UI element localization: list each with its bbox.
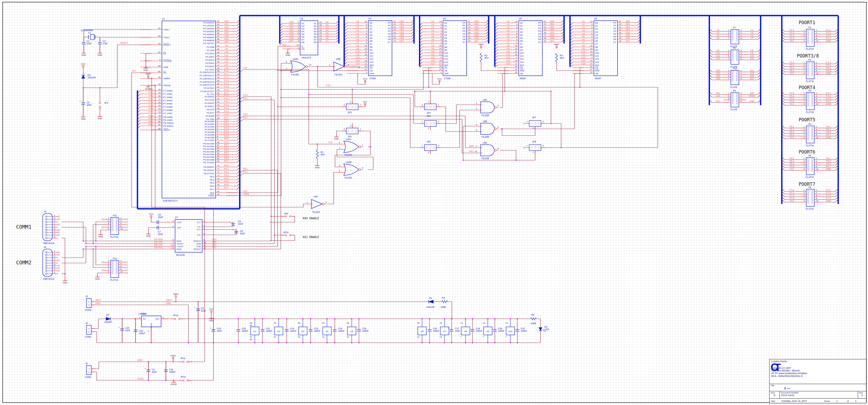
pin-number: 10 [120, 271, 123, 273]
pin-name: T2OUT [176, 243, 183, 245]
net-label: TX0 [212, 241, 216, 243]
net-label: AD0 [550, 20, 554, 23]
power-label: VCC [149, 213, 154, 215]
net-label: P1.1 [826, 29, 831, 31]
pin-number: 17 [158, 98, 160, 100]
pin-number: 2 [741, 50, 742, 52]
jumper-JP3[interactable] [346, 104, 358, 110]
doc-number: XXXX-XXXX [781, 394, 857, 397]
diode-D2[interactable] [82, 75, 85, 79]
connector-P8[interactable] [731, 50, 739, 64]
connector-P5[interactable] [806, 158, 814, 175]
pin-number: 46 [217, 61, 219, 63]
jumper-JP2[interactable] [346, 128, 358, 134]
net-label: AD6 [625, 36, 630, 39]
pin-pad [812, 31, 813, 32]
diode-D1[interactable] [429, 300, 433, 303]
pin-name: ALE [210, 192, 214, 194]
pin-number: 63 [217, 155, 219, 157]
gate-part: 74LS08 [481, 135, 489, 138]
pin-name: T1IN [196, 245, 201, 248]
pin-number: 4 [476, 123, 477, 126]
pin-number: 3 [329, 64, 331, 66]
pin-number: 10 [816, 168, 818, 170]
connector-type: CON2 [85, 336, 91, 338]
pin-number: 4 [741, 52, 742, 55]
net-label: A14 [355, 62, 360, 65]
bypass-ref: U8 [464, 330, 467, 333]
pin-number: 8 [497, 147, 499, 150]
net-label: P1.0 [789, 29, 795, 31]
jumper-JP8[interactable] [529, 145, 541, 151]
terminal [523, 147, 525, 148]
pin-name: P2.2/A10 [206, 52, 214, 55]
jumper-JP4[interactable] [425, 104, 436, 110]
pin-number: 5 [217, 127, 218, 129]
pin-name: OE [520, 72, 523, 75]
pin-name: A1 [370, 25, 372, 27]
pin-pad [812, 41, 813, 43]
crystal-X1[interactable] [91, 34, 94, 40]
pin-number: 4 [362, 167, 363, 169]
connector-P6[interactable] [806, 189, 814, 207]
bypass-ref: U1 [253, 330, 256, 333]
terminal [102, 227, 103, 228]
jumper-JP7[interactable] [529, 121, 541, 126]
pin-number: 16 [439, 322, 442, 324]
connector-P12[interactable] [111, 260, 119, 278]
jumper-JP5[interactable] [425, 121, 436, 126]
resistor-R2[interactable] [480, 53, 482, 62]
date-value: Tuesday, June 13, 2017 [781, 400, 824, 402]
gate-U10B[interactable] [344, 164, 359, 175]
pin-name: O3 [462, 30, 465, 32]
resistor-R3[interactable] [556, 53, 558, 62]
net-label: P5.3 [224, 149, 229, 152]
connector-J5[interactable] [43, 249, 52, 276]
pin-number: 6 [54, 217, 55, 219]
gate-U9B[interactable] [480, 123, 494, 134]
connector-P1[interactable] [806, 29, 814, 46]
net-label: RO [132, 69, 135, 72]
pin-number: 9 [476, 145, 477, 147]
net-wire [270, 216, 295, 222]
connector-J4[interactable] [43, 213, 52, 241]
pin-number: 5 [366, 35, 367, 38]
junction [173, 380, 175, 381]
pin-name: A12 [444, 58, 448, 60]
pin-pad [736, 71, 738, 73]
connector-P10[interactable] [731, 70, 739, 85]
pin-name: P5.6/CCM6 [203, 159, 215, 161]
connector-P7[interactable] [731, 30, 739, 44]
cap-value: 10uF [152, 371, 157, 373]
diode-D3[interactable] [106, 317, 110, 320]
pin-pad [812, 130, 813, 132]
connector-P2[interactable] [806, 62, 814, 79]
gate-U9A[interactable] [480, 102, 494, 113]
connector-P4[interactable] [806, 126, 814, 143]
resistor-R4[interactable] [441, 301, 448, 303]
pin-name: D7 [614, 41, 616, 43]
pin-name: A6 [520, 40, 523, 42]
pin-number: 10 [204, 241, 206, 244]
resistor-R1[interactable] [316, 150, 318, 159]
connector-type: CON2 [85, 309, 91, 311]
pin-number: 2 [428, 101, 429, 103]
diode-D4[interactable] [539, 328, 542, 331]
jumper-JP6[interactable] [425, 145, 436, 151]
pin-name: D0 [614, 22, 616, 24]
gate-U9C[interactable] [480, 145, 494, 156]
gate-bubble [494, 106, 496, 108]
pin-name: P3.2/INT0 [205, 102, 215, 104]
resistor-R5[interactable] [530, 318, 537, 320]
connector-P9[interactable] [731, 93, 739, 107]
copyright-line: Copyright (c) 1997 [771, 367, 866, 369]
connector-P3[interactable] [806, 93, 814, 110]
gate-U10A[interactable] [344, 141, 359, 152]
net-label: P6.1 [826, 157, 831, 160]
net-label: AD7 [289, 39, 294, 42]
connector-P11[interactable] [111, 217, 119, 235]
power-gnd: GND [315, 166, 320, 169]
pin-name: A2 [370, 28, 372, 30]
pin-pad [812, 74, 813, 76]
pin-pad [808, 159, 809, 161]
